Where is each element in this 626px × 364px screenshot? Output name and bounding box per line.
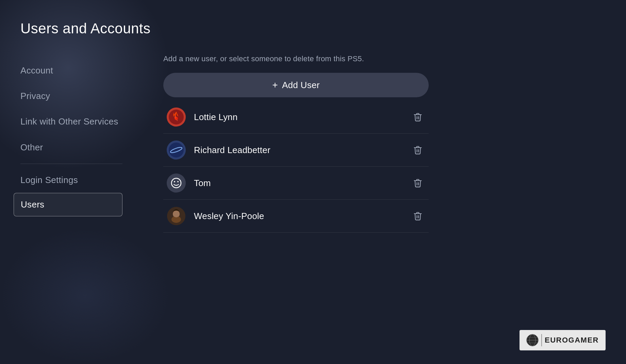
page-title: Users and Accounts — [20, 20, 151, 37]
eurogamer-watermark: EUROGAMER — [520, 330, 606, 350]
svg-point-2 — [169, 143, 184, 158]
user-item-lottie[interactable]: Lottie Lynn — [163, 101, 429, 134]
user-item-tom[interactable]: Tom — [163, 167, 429, 200]
plus-icon: + — [272, 80, 278, 90]
user-list: Lottie Lynn — [163, 101, 429, 233]
delete-button-tom[interactable] — [410, 176, 425, 191]
eurogamer-brand-text: EUROGAMER — [545, 336, 599, 345]
svg-point-9 — [177, 181, 179, 182]
avatar-richard — [167, 140, 186, 160]
user-name-tom: Tom — [194, 178, 402, 188]
sidebar-item-login-settings[interactable]: Login Settings — [20, 167, 122, 193]
user-item-richard[interactable]: Richard Leadbetter — [163, 134, 429, 167]
avatar-lottie — [167, 107, 186, 127]
eurogamer-divider — [541, 334, 542, 346]
svg-rect-6 — [169, 176, 184, 191]
main-layout: Account Privacy Link with Other Services… — [0, 48, 626, 364]
svg-point-1 — [175, 117, 178, 120]
sidebar-item-account[interactable]: Account — [20, 58, 122, 83]
eurogamer-globe-icon — [526, 334, 539, 346]
page-subtitle: Add a new user, or select someone to del… — [163, 54, 429, 63]
delete-button-wesley[interactable] — [410, 209, 425, 224]
svg-point-14 — [173, 212, 180, 216]
delete-button-richard[interactable] — [410, 143, 425, 158]
sidebar-item-users[interactable]: Users — [14, 193, 122, 216]
sidebar: Account Privacy Link with Other Services… — [0, 48, 143, 364]
add-user-button[interactable]: + Add User — [163, 73, 429, 97]
sidebar-item-privacy[interactable]: Privacy — [20, 83, 122, 109]
user-name-wesley: Wesley Yin-Poole — [194, 211, 402, 221]
delete-button-lottie[interactable] — [410, 110, 425, 125]
main-content: Add a new user, or select someone to del… — [143, 48, 449, 364]
avatar-tom — [167, 173, 186, 193]
add-user-label: Add User — [282, 80, 320, 90]
svg-point-8 — [174, 181, 175, 182]
user-name-lottie: Lottie Lynn — [194, 112, 402, 122]
sidebar-item-other[interactable]: Other — [20, 135, 122, 160]
sidebar-divider — [20, 164, 122, 164]
sidebar-item-link-services[interactable]: Link with Other Services — [20, 109, 122, 134]
user-item-wesley[interactable]: Wesley Yin-Poole — [163, 200, 429, 233]
avatar-wesley — [167, 206, 186, 226]
user-name-richard: Richard Leadbetter — [194, 145, 402, 155]
